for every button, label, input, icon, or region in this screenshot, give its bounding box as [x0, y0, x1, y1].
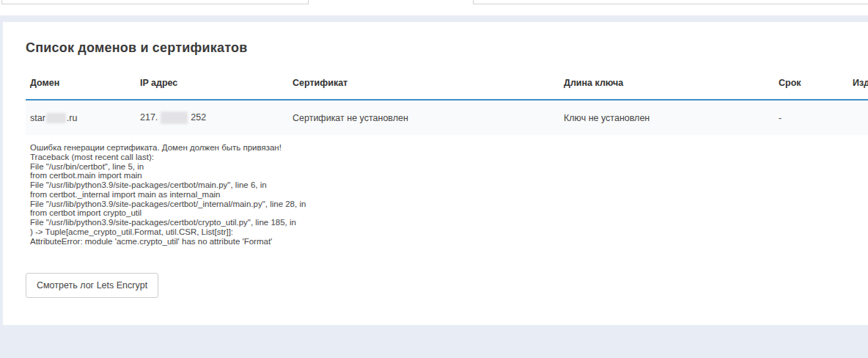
domain-text-prefix: star	[30, 113, 45, 123]
domains-table: Домен IP адрес Сертификат Длина ключа Ср…	[26, 73, 868, 135]
certificate-error-traceback: Ошибка генерации сертификата. Домен долж…	[30, 143, 868, 246]
column-header-certificate: Сертификат	[288, 73, 559, 100]
column-header-term: Срок	[774, 73, 848, 100]
ip-text-prefix: 217.	[140, 112, 158, 123]
tab-bar	[0, 0, 868, 15]
page-title: Список доменов и сертификатов	[26, 40, 868, 56]
table-row[interactable]: star.ru 217.252 Сертификат не установлен…	[26, 100, 868, 135]
tab-active[interactable]	[309, 0, 473, 5]
tab-right[interactable]	[473, 0, 868, 4]
domain-text-suffix: .ru	[67, 113, 78, 123]
table-header-row: Домен IP адрес Сертификат Длина ключа Ср…	[26, 73, 868, 100]
column-header-ip: IP адрес	[136, 73, 288, 100]
ip-text-suffix: 252	[191, 112, 206, 123]
view-letsencrypt-log-button[interactable]: Смотреть лог Lets Encrypt	[26, 273, 158, 298]
column-header-domain: Домен	[26, 73, 136, 100]
redacted-ip-blur	[161, 112, 188, 124]
cell-term: -	[774, 100, 848, 135]
tab-left[interactable]	[1, 0, 309, 4]
cell-domain[interactable]: star.ru	[26, 100, 136, 135]
domains-card: Список доменов и сертификатов Домен IP а…	[3, 22, 868, 325]
cell-certificate: Сертификат не установлен	[288, 100, 559, 135]
cell-ip: 217.252	[136, 100, 288, 135]
column-header-key-length: Длина ключа	[559, 73, 774, 100]
redacted-domain-blur	[46, 113, 66, 123]
page: { "colors": { "page_background": "#e8ecf…	[0, 0, 868, 358]
column-header-issuer: Издатель	[848, 73, 868, 100]
cell-key-length: Ключ не установлен	[559, 100, 774, 135]
cell-issuer	[848, 100, 868, 135]
